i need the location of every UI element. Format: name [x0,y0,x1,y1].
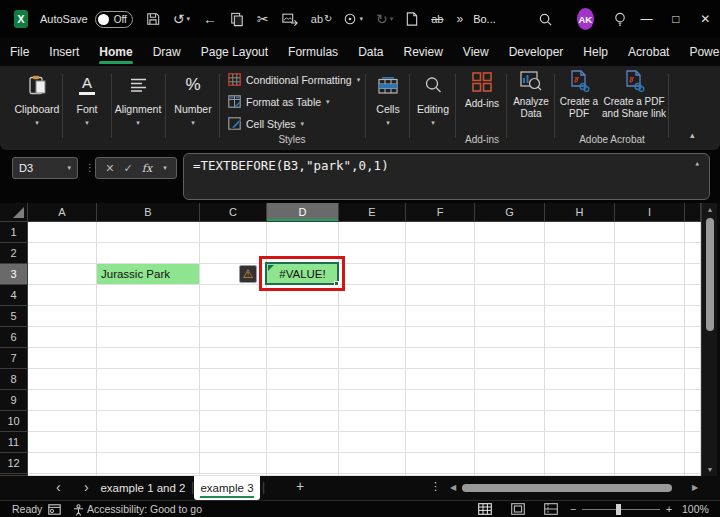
grid-cell[interactable] [200,369,267,390]
prev-sheet-button[interactable]: ‹ [56,479,61,495]
ribbon-tab-help[interactable]: Help [573,40,618,65]
grid-cell[interactable] [97,285,200,306]
grid-cell[interactable] [200,243,267,264]
ribbon-tab-insert[interactable]: Insert [39,40,89,65]
row-header-1[interactable]: 1 [0,222,28,243]
scroll-up-icon[interactable]: ▲ [702,206,718,213]
font-group-button[interactable]: A Font ▾ [66,71,108,127]
grid-cell[interactable] [475,390,545,411]
scroll-down-icon[interactable]: ▼ [702,466,718,473]
grid-cell[interactable] [475,306,545,327]
column-header-C[interactable]: C [200,203,267,222]
save-button[interactable] [146,12,160,26]
fill-handle[interactable] [334,281,339,286]
column-header-B[interactable]: B [97,203,200,222]
grid-cell[interactable] [339,222,406,243]
grid-cell[interactable] [615,306,685,327]
conditional-formatting-button[interactable]: Conditional Formatting ▾ [228,73,360,86]
grid-cell[interactable] [267,369,339,390]
search-button[interactable] [538,12,553,27]
grid-cell[interactable] [97,453,200,474]
grid-cell[interactable] [475,411,545,432]
grid-cell[interactable] [267,453,339,474]
grid-cell[interactable] [28,453,97,474]
grid-cell[interactable] [685,327,701,348]
grid-cell[interactable] [685,348,701,369]
grid-cell[interactable] [200,327,267,348]
new-file-button[interactable] [406,12,418,26]
grid-cell[interactable] [267,285,339,306]
grid-cell[interactable] [545,432,615,453]
new-sheet-button[interactable]: + [296,478,304,494]
spelling-button[interactable]: ab ↻ [298,14,333,25]
formula-bar-resize-handle[interactable]: ⋮ [85,162,95,173]
grid-cell[interactable] [545,285,615,306]
grid-cell[interactable] [545,369,615,390]
ribbon-tab-review[interactable]: Review [393,40,452,65]
grid-cell[interactable] [28,348,97,369]
vertical-scroll-thumb[interactable] [706,218,714,331]
grid-cell[interactable] [339,243,406,264]
grid-cell[interactable] [406,327,475,348]
cell-D3[interactable]: #VALUE! [267,264,339,285]
zoom-level[interactable]: 100% [682,503,709,515]
grid-cell[interactable] [200,285,267,306]
document-name[interactable]: Bo... [473,13,496,25]
column-header-H[interactable]: H [545,203,615,222]
grid-cell[interactable] [615,264,685,285]
grid-cell[interactable] [545,348,615,369]
grid-cell[interactable] [406,369,475,390]
formula-input[interactable]: =TEXTBEFORE(B3,"park",0,1) ▴ [183,153,710,200]
grid-cell[interactable] [545,390,615,411]
grid-cell[interactable] [615,432,685,453]
column-header-D[interactable]: D [267,203,339,222]
grid-cell[interactable] [200,390,267,411]
row-header-11[interactable]: 11 [0,432,28,453]
insert-function-button[interactable]: fx [142,162,152,175]
grid-cell[interactable] [615,411,685,432]
cell-B3[interactable]: Jurassic Park [97,264,200,285]
column-header-A[interactable]: A [28,203,97,222]
grid-cell[interactable] [406,264,475,285]
column-header-G[interactable]: G [475,203,545,222]
macro-record-button[interactable] [48,504,61,517]
grid-cell[interactable] [97,243,200,264]
touch-mode-button[interactable]: ▾ [332,12,363,26]
grid-cell[interactable] [200,453,267,474]
cells-group-button[interactable]: Cells ▾ [369,71,407,127]
column-header-I[interactable]: I [615,203,685,222]
excel-logo-icon[interactable]: X [14,10,28,28]
grid-cell[interactable] [28,411,97,432]
row-header-5[interactable]: 5 [0,306,28,327]
grid-cell[interactable] [28,327,97,348]
zoom-in-button[interactable]: + [666,503,672,515]
grid-cell[interactable] [97,432,200,453]
ribbon-tab-page-layout[interactable]: Page Layout [191,40,278,65]
grid-cell[interactable] [685,264,701,285]
row-header-9[interactable]: 9 [0,390,28,411]
sheet-tab-example-1-and-2[interactable]: example 1 and 2 [95,476,191,500]
grid-cell[interactable] [615,390,685,411]
analyze-data-button[interactable]: Analyze Data [508,69,554,120]
sheet-options-button[interactable]: ⋮ [430,480,441,493]
ribbon-tab-formulas[interactable]: Formulas [278,40,348,65]
grid-cell[interactable] [97,390,200,411]
row-header-4[interactable]: 4 [0,285,28,306]
grid-cell[interactable] [339,411,406,432]
autosave-toggle[interactable]: Off [95,11,133,28]
grid-cell[interactable] [406,453,475,474]
grid-cell[interactable] [475,243,545,264]
create-pdf-share-button[interactable]: Create a PDF and Share link [602,69,666,120]
row-header-7[interactable]: 7 [0,348,28,369]
maximize-button[interactable]: □ [661,0,690,38]
next-sheet-button[interactable]: › [84,479,89,495]
clipboard-group-button[interactable]: Clipboard ▾ [12,71,62,127]
grid-cell[interactable] [28,264,97,285]
grid-cell[interactable] [28,369,97,390]
sheet-tab-example-3[interactable]: example 3 [194,476,260,500]
grid-cell[interactable] [545,243,615,264]
grid-cell[interactable] [475,432,545,453]
grid-cell[interactable] [28,306,97,327]
column-header-partial[interactable] [685,203,701,222]
confirm-entry-button[interactable]: ✓ [124,162,133,175]
